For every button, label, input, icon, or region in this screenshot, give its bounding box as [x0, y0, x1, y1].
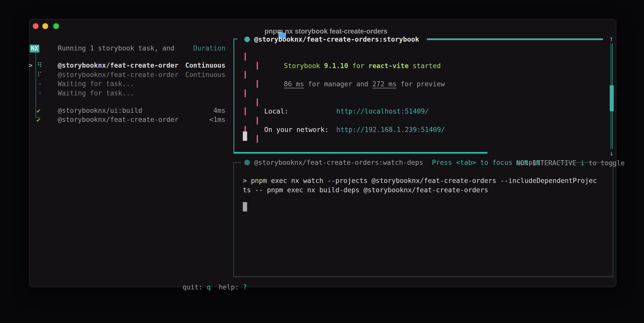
help-label: help: — [219, 283, 239, 291]
local-url[interactable]: http://localhost:51409/ — [336, 107, 429, 116]
pink-gutter-bar — [245, 89, 246, 97]
watch-panel-top-border-left — [233, 162, 241, 163]
storybook-panel-left-border — [233, 39, 234, 154]
scroll-up-icon[interactable]: ↑ — [609, 35, 614, 43]
selection-arrow-icon: > — [28, 61, 33, 70]
command-line-1: > pnpm exec nx watch --projects @storybo… — [243, 176, 597, 185]
local-label: Local: — [264, 107, 288, 116]
task-group-guide-line — [36, 52, 36, 118]
focus-hint: Press <tab> to focus output — [432, 158, 541, 167]
pink-gutter-bar — [245, 107, 246, 115]
manager-time: 86 ms — [284, 80, 304, 88]
duration-column-header: Duration — [152, 44, 225, 53]
storybook-timing-line: 86 ms for manager and 272 ms for preview — [260, 70, 445, 98]
task-status: Continuous — [152, 70, 225, 79]
quit-key: q — [207, 283, 211, 291]
terminal-window: pnpm nx storybook feat-create-orders NX … — [29, 19, 616, 287]
waiting-bullet-icon: · — [38, 79, 42, 89]
zoom-button[interactable] — [53, 23, 59, 29]
storybook-panel-top-rule — [427, 38, 603, 40]
pink-gutter-bar — [257, 62, 258, 70]
spinner-icon: ⠏ — [37, 70, 42, 79]
network-url[interactable]: http://192.168.1.239:51409/ — [336, 125, 445, 134]
preview-time: 272 ms — [372, 80, 397, 88]
task-status-dot — [244, 37, 250, 42]
pink-gutter-bar — [245, 71, 246, 79]
storybook-panel-bottom-rule — [233, 152, 487, 154]
close-button[interactable] — [33, 23, 39, 29]
task-status: Continuous — [152, 61, 225, 70]
pink-gutter-bar — [257, 117, 258, 125]
storybook-builder: react-vite — [368, 62, 409, 70]
desktop: pnpm nx storybook feat-create-orders NX … — [0, 0, 644, 323]
task-duration: <1ms — [152, 115, 225, 124]
pink-gutter-bar — [257, 80, 258, 88]
storybook-panel-title: @storybooknx/feat-create-orders:storyboo… — [254, 35, 419, 44]
watch-panel-top-border-right — [542, 162, 613, 163]
spinner-icon: ⠻ — [37, 61, 42, 70]
task-name: @storybooknx/ui:build — [58, 106, 142, 115]
terminal-cursor — [243, 202, 247, 211]
scrollbar-thumb[interactable] — [610, 85, 614, 111]
storybook-panel-corner — [233, 39, 238, 39]
help-key: ? — [243, 283, 247, 291]
task-name: Waiting for task... — [58, 79, 134, 89]
watch-panel-title: @storybooknx/feat-create-orders:watch-de… — [254, 158, 423, 167]
quit-label: quit: — [183, 283, 203, 291]
nx-logo-badge: NX — [30, 45, 39, 52]
task-name: Waiting for task... — [58, 89, 134, 98]
minimize-button[interactable] — [42, 23, 48, 29]
terminal-cursor — [243, 131, 247, 141]
network-label: On your network: — [264, 125, 329, 134]
task-duration: 4ms — [152, 106, 225, 115]
scroll-down-icon[interactable]: ↓ — [609, 149, 614, 157]
check-icon: ✔ — [37, 106, 41, 115]
task-status-dot-dim — [244, 160, 250, 165]
check-icon: ✔ — [37, 115, 41, 124]
pink-gutter-bar — [257, 98, 258, 106]
storybook-version: 9.1.10 — [324, 62, 348, 70]
pink-gutter-bar — [245, 53, 246, 61]
keybinding-footer: quit: q help: ? — [158, 273, 247, 301]
command-line-2: ts -- pnpm exec nx build-deps @storybook… — [243, 185, 488, 195]
pink-gutter-bar — [257, 135, 258, 143]
waiting-bullet-icon: · — [38, 89, 42, 98]
